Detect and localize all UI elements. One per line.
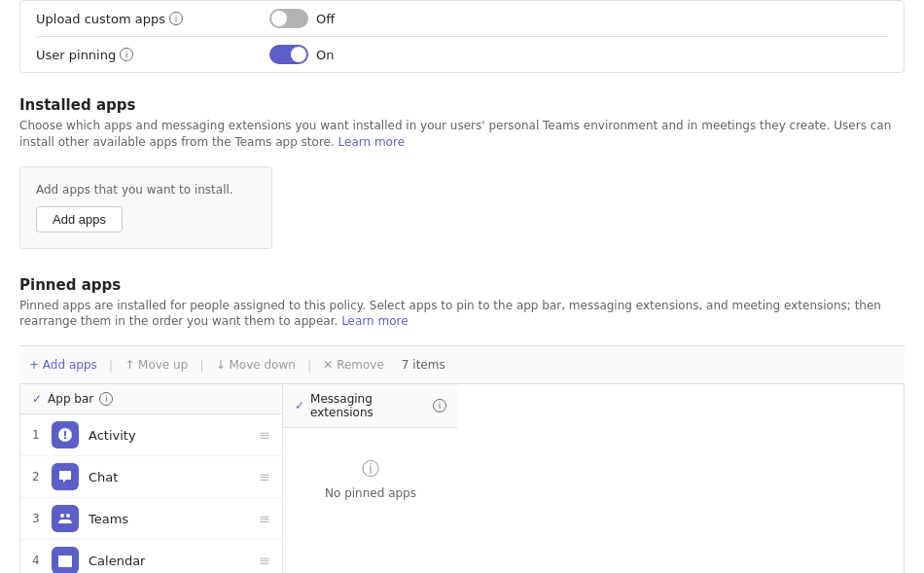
installed-apps-section: Installed apps Choose which apps and mes… (19, 96, 905, 249)
app-row-num: 1 (32, 428, 52, 442)
upload-custom-apps-info-icon[interactable]: i (169, 12, 183, 25)
pinned-apps-section: Pinned apps Pinned apps are installed fo… (19, 276, 905, 573)
page-container: Upload custom apps i Off User pinning i … (0, 0, 924, 573)
app-row[interactable]: 2 Chat ≡ (20, 456, 282, 498)
user-pinning-label: User pinning i (36, 48, 231, 62)
no-pinned-icon: ⓘ (362, 457, 379, 481)
user-pinning-row: User pinning i On (36, 37, 888, 72)
upload-custom-apps-row: Upload custom apps i Off (36, 1, 888, 37)
app-icon-chat (52, 463, 79, 490)
msg-ext-check-icon: ✓ (295, 399, 304, 412)
upload-custom-apps-text: Upload custom apps (36, 12, 165, 26)
upload-custom-apps-toggle-knob (271, 11, 287, 26)
top-settings-box: Upload custom apps i Off User pinning i … (19, 0, 905, 73)
drag-handle-teams[interactable]: ≡ (259, 511, 270, 526)
app-name-calendar: Calendar (89, 554, 255, 568)
toolbar-sep-1: | (109, 358, 113, 373)
msg-ext-header: ✓ Messaging extensions i (283, 384, 458, 428)
app-bar-header-text: App bar (48, 392, 93, 406)
items-count: 7 items (402, 358, 445, 372)
move-down-button[interactable]: ↓ Move down (206, 354, 305, 376)
app-name-teams: Teams (89, 512, 255, 526)
user-pinning-info-icon[interactable]: i (120, 48, 133, 61)
user-pinning-toggle-container: On (269, 45, 334, 64)
app-row[interactable]: 1 Activity ≡ (20, 414, 282, 456)
installed-apps-box: Add apps that you want to install. Add a… (19, 166, 272, 249)
installed-apps-desc: Choose which apps and messaging extensio… (19, 118, 905, 151)
app-rows-container: 1 Activity ≡ 2 Chat ≡ 3 Teams ≡ 4 Calend… (20, 414, 282, 573)
svg-point-0 (60, 514, 64, 518)
app-row[interactable]: 4 Calendar ≡ (20, 540, 282, 573)
svg-rect-2 (58, 555, 72, 567)
app-row-num: 2 (32, 470, 52, 483)
app-row-num: 3 (32, 512, 52, 525)
installed-apps-learn-more[interactable]: Learn more (338, 135, 405, 149)
app-icon-calendar (52, 547, 79, 573)
app-name-activity: Activity (89, 428, 255, 443)
pinned-apps-title: Pinned apps (19, 276, 905, 294)
app-row[interactable]: 3 Teams ≡ (20, 498, 282, 540)
installed-apps-title: Installed apps (19, 96, 905, 114)
add-apps-button[interactable]: Add apps (36, 206, 123, 233)
toolbar-sep-2: | (199, 358, 203, 373)
upload-custom-apps-label: Upload custom apps i (36, 12, 231, 26)
drag-handle-chat[interactable]: ≡ (259, 469, 270, 484)
app-bar-header: ✓ App bar i (20, 384, 282, 414)
upload-custom-apps-toggle-label: Off (316, 12, 335, 26)
pinned-add-apps-button[interactable]: + Add apps (19, 354, 107, 376)
app-bar-check-icon: ✓ (32, 392, 42, 406)
drag-handle-calendar[interactable]: ≡ (259, 553, 270, 568)
app-icon-activity (52, 421, 79, 448)
no-pinned-apps-panel: ⓘ No pinned apps (283, 428, 458, 529)
app-bar-column: ✓ App bar i 1 Activity ≡ 2 Chat ≡ 3 Team… (20, 384, 283, 573)
pinned-apps-desc-text: Pinned apps are installed for people ass… (19, 299, 881, 329)
user-pinning-toggle[interactable] (269, 45, 308, 64)
remove-button[interactable]: ✕ Remove (313, 354, 394, 376)
app-name-chat: Chat (89, 470, 255, 484)
pinned-apps-learn-more[interactable]: Learn more (341, 314, 408, 328)
svg-point-1 (66, 514, 70, 518)
pinned-apps-desc: Pinned apps are installed for people ass… (19, 298, 905, 331)
user-pinning-text: User pinning (36, 48, 116, 62)
installed-apps-hint: Add apps that you want to install. (36, 183, 256, 197)
apps-columns: ✓ App bar i 1 Activity ≡ 2 Chat ≡ 3 Team… (20, 384, 904, 573)
user-pinning-toggle-knob (291, 47, 306, 62)
drag-handle-activity[interactable]: ≡ (259, 427, 270, 443)
upload-custom-apps-toggle-container: Off (269, 9, 335, 28)
app-icon-teams (52, 505, 79, 532)
apps-table-container: ✓ App bar i 1 Activity ≡ 2 Chat ≡ 3 Team… (19, 384, 905, 573)
no-pinned-text: No pinned apps (325, 486, 416, 500)
app-bar-info-icon[interactable]: i (99, 392, 113, 406)
toolbar-sep-3: | (307, 358, 311, 373)
app-row-num: 4 (32, 554, 52, 567)
msg-ext-header-text: Messaging extensions (310, 392, 427, 419)
pinned-apps-toolbar: + Add apps | ↑ Move up | ↓ Move down | ✕… (19, 345, 905, 384)
user-pinning-toggle-label: On (316, 48, 334, 62)
msg-ext-info-icon[interactable]: i (433, 399, 446, 412)
installed-apps-desc-text: Choose which apps and messaging extensio… (19, 119, 891, 149)
upload-custom-apps-toggle[interactable] (269, 9, 308, 28)
move-up-button[interactable]: ↑ Move up (115, 354, 197, 376)
messaging-extensions-column: ✓ Messaging extensions i ⓘ No pinned app… (283, 384, 458, 573)
